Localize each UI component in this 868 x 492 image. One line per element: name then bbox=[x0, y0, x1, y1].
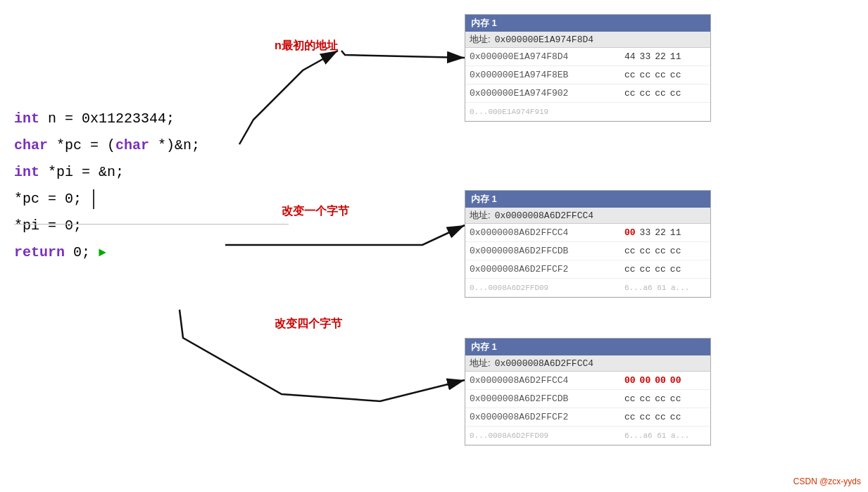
mem3-row-4: 0...0008A6D2FFD09 6...a6 61 a... bbox=[465, 427, 710, 445]
mem2-row-2: 0x0000008A6D2FFCDB cc cc cc cc bbox=[465, 242, 710, 260]
code-line-3: int *pi = &n; bbox=[14, 159, 282, 186]
mem1-row-1: 0x000000E1A974F8D4 44 33 22 11 bbox=[465, 48, 710, 66]
mem3-header: 内存 1 bbox=[465, 339, 710, 355]
mem3-row-2: 0x0000008A6D2FFCDB cc cc cc cc bbox=[465, 390, 710, 408]
keyword-int2: int bbox=[14, 164, 39, 180]
code-line-2: char *pc = (char *)&n; bbox=[14, 132, 282, 159]
mem1-row-4: 0...000E1A974F919 bbox=[465, 103, 710, 121]
annotation-label2: 改变一个字节 bbox=[282, 204, 349, 219]
mem2-addr-row: 地址: 0x0000008A6D2FFCC4 bbox=[465, 208, 710, 224]
keyword-int: int bbox=[14, 111, 39, 127]
mem1-header: 内存 1 bbox=[465, 15, 710, 32]
mem2-row-4: 0...0008A6D2FFD09 6...a6 61 a... bbox=[465, 279, 710, 297]
code-text: *pc = ( bbox=[56, 137, 115, 153]
execution-arrow: ► bbox=[99, 246, 106, 260]
keyword-char: char bbox=[14, 137, 48, 153]
code-panel: int n = 0x11223344; char *pc = (char *)&… bbox=[0, 99, 296, 273]
code-line-5: *pi = 0; bbox=[14, 213, 282, 239]
code-line-6: return 0; ► bbox=[14, 239, 282, 266]
memory-box-2: 内存 1 地址: 0x0000008A6D2FFCC4 0x0000008A6D… bbox=[465, 190, 711, 298]
keyword-return: return bbox=[14, 244, 65, 260]
code-text: *pi = &n; bbox=[48, 164, 124, 180]
mem1-row-3: 0x000000E1A974F902 cc cc cc cc bbox=[465, 84, 710, 103]
code-line-1: int n = 0x11223344; bbox=[14, 106, 282, 132]
mem1-row-2: 0x000000E1A974F8EB cc cc cc cc bbox=[465, 66, 710, 84]
memory-box-1: 内存 1 地址: 0x000000E1A974F8D4 0x000000E1A9… bbox=[465, 14, 711, 122]
code-line-4: *pc = 0; bbox=[14, 186, 282, 213]
code-divider bbox=[14, 224, 289, 225]
mem2-row-3: 0x0000008A6D2FFCF2 cc cc cc cc bbox=[465, 260, 710, 279]
mem3-row-1: 0x0000008A6D2FFCC4 00 00 00 00 bbox=[465, 372, 710, 390]
mem2-header: 内存 1 bbox=[465, 191, 710, 208]
mem1-addr-row: 地址: 0x000000E1A974F8D4 bbox=[465, 32, 710, 48]
mem2-row-1: 0x0000008A6D2FFCC4 00 33 22 11 bbox=[465, 224, 710, 242]
code-text: n = 0x11223344; bbox=[48, 111, 175, 127]
annotation-label3: 改变四个字节 bbox=[275, 317, 342, 332]
watermark: CSDN @zcx-yyds bbox=[793, 477, 861, 486]
cursor bbox=[93, 189, 94, 209]
mem3-addr-row: 地址: 0x0000008A6D2FFCC4 bbox=[465, 355, 710, 372]
annotation-label1: n最初的地址 bbox=[275, 39, 338, 53]
mem3-row-3: 0x0000008A6D2FFCF2 cc cc cc cc bbox=[465, 408, 710, 427]
memory-box-3: 内存 1 地址: 0x0000008A6D2FFCC4 0x0000008A6D… bbox=[465, 338, 711, 446]
